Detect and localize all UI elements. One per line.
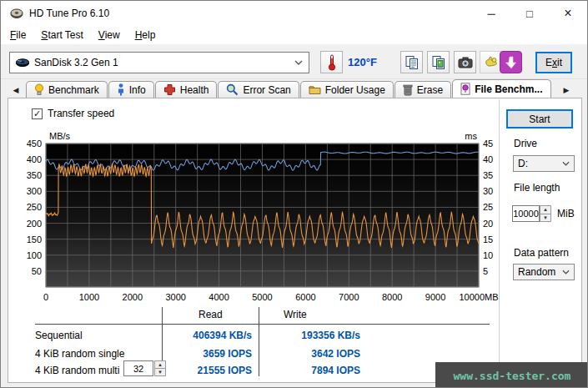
svg-text:35: 35 bbox=[483, 170, 493, 180]
magnifier-icon bbox=[226, 83, 239, 96]
svg-text:15: 15 bbox=[483, 234, 493, 244]
sequential-read-value: 406394 KB/s bbox=[160, 330, 252, 341]
svg-text:10000MB: 10000MB bbox=[459, 292, 498, 302]
svg-text:0: 0 bbox=[43, 292, 48, 302]
svg-text:250: 250 bbox=[27, 202, 42, 212]
svg-text:100: 100 bbox=[27, 250, 42, 260]
drive-label: Drive bbox=[514, 138, 537, 149]
spin-down-icon[interactable]: ▼ bbox=[540, 214, 551, 223]
random-single-write-value: 3642 IOPS bbox=[269, 348, 360, 360]
tab-health[interactable]: Health bbox=[155, 81, 218, 98]
data-pattern-label: Data pattern bbox=[514, 247, 569, 259]
donate-button[interactable] bbox=[480, 51, 502, 73]
tab-next-icon: ▶ bbox=[564, 86, 570, 94]
tab-info[interactable]: Info bbox=[108, 81, 154, 98]
minimize-icon: ─ bbox=[487, 8, 495, 20]
tab-scroll-left-button[interactable]: ◀ bbox=[8, 82, 24, 98]
tab-prev-icon: ◀ bbox=[13, 86, 19, 94]
hand-icon bbox=[484, 55, 499, 70]
close-button[interactable]: × bbox=[549, 1, 587, 26]
svg-text:400: 400 bbox=[27, 154, 42, 164]
minimize-button[interactable]: ─ bbox=[472, 1, 510, 26]
svg-text:25: 25 bbox=[483, 202, 493, 212]
chevron-down-icon bbox=[562, 270, 570, 275]
menu-help[interactable]: Help bbox=[128, 27, 163, 43]
chevron-down-icon bbox=[562, 161, 570, 166]
disk-icon bbox=[16, 58, 29, 68]
menu-bar: File Start Test View Help bbox=[1, 26, 587, 44]
trash-icon bbox=[403, 83, 413, 96]
copy-text-button[interactable] bbox=[400, 51, 423, 73]
toolbar: SanDisk 3.2 Gen 1 120°F bbox=[1, 44, 587, 79]
random-single-read-value: 3659 IOPS bbox=[160, 348, 252, 360]
tab-erase[interactable]: Erase bbox=[395, 81, 451, 98]
file-length-input[interactable] bbox=[512, 205, 540, 222]
svg-text:300: 300 bbox=[27, 186, 42, 196]
data-pattern-dropdown[interactable]: Random bbox=[513, 264, 575, 280]
temperature-value: 120°F bbox=[348, 56, 377, 68]
svg-text:30: 30 bbox=[483, 186, 493, 196]
temperature-button[interactable] bbox=[320, 51, 343, 73]
down-arrow-icon bbox=[505, 56, 517, 69]
copy-text-icon bbox=[405, 55, 420, 70]
file-benchmark-page: ✓ Transfer speed MB/sms45040035030025020… bbox=[8, 98, 582, 383]
health-cross-icon bbox=[163, 83, 176, 96]
svg-text:450: 450 bbox=[27, 139, 42, 149]
svg-text:200: 200 bbox=[27, 219, 42, 229]
copy-image-icon bbox=[431, 55, 446, 70]
file-benchmark-icon bbox=[460, 83, 470, 95]
thermometer-icon bbox=[327, 54, 337, 71]
transfer-speed-checkbox[interactable]: ✓ Transfer speed bbox=[32, 108, 114, 119]
start-button[interactable]: Start bbox=[506, 109, 573, 128]
checkbox-check-icon: ✓ bbox=[32, 108, 43, 119]
svg-text:40: 40 bbox=[483, 154, 493, 164]
random-multi-write-value: 7894 IOPS bbox=[269, 365, 360, 376]
svg-text:10: 10 bbox=[483, 250, 493, 260]
selected-drive-label: SanDisk 3.2 Gen 1 bbox=[34, 57, 289, 68]
svg-text:6000: 6000 bbox=[295, 292, 315, 302]
svg-text:7000: 7000 bbox=[339, 292, 359, 302]
transfer-speed-chart: MB/sms4504003503002502001501005045403530… bbox=[27, 127, 510, 306]
menu-start-test[interactable]: Start Test bbox=[33, 27, 90, 43]
file-length-unit: MiB bbox=[557, 208, 575, 219]
exit-button[interactable]: Exit bbox=[535, 52, 572, 73]
table-divider bbox=[259, 307, 259, 376]
copy-image-button[interactable] bbox=[427, 51, 450, 73]
read-column-header: Read bbox=[199, 309, 223, 320]
menu-file[interactable]: File bbox=[3, 27, 33, 43]
svg-text:5: 5 bbox=[483, 266, 488, 276]
maximize-button[interactable]: □ bbox=[510, 1, 549, 26]
app-window: HD Tune Pro 6.10 ─ □ × File Start Test V… bbox=[0, 0, 588, 388]
title-bar: HD Tune Pro 6.10 ─ □ × bbox=[1, 1, 587, 26]
queue-depth-input[interactable] bbox=[123, 360, 153, 376]
row-label-random-multi: 4 KiB random multi bbox=[35, 365, 119, 376]
svg-text:20: 20 bbox=[483, 219, 493, 229]
write-column-header: Write bbox=[284, 309, 307, 320]
tab-folder-usage[interactable]: Folder Usage bbox=[300, 81, 394, 98]
svg-text:3000: 3000 bbox=[165, 292, 185, 302]
tab-error-scan[interactable]: Error Scan bbox=[218, 81, 299, 98]
drive-select-dropdown[interactable]: SanDisk 3.2 Gen 1 bbox=[9, 52, 309, 73]
tab-benchmark[interactable]: Benchmark bbox=[26, 81, 108, 98]
watermark: www.ssd-tester.com bbox=[435, 362, 588, 388]
svg-text:45: 45 bbox=[483, 139, 493, 149]
menu-view[interactable]: View bbox=[91, 27, 128, 43]
download-results-button[interactable] bbox=[500, 51, 522, 73]
svg-text:2000: 2000 bbox=[123, 292, 143, 302]
folder-icon bbox=[309, 84, 321, 95]
tab-strip: ◀ Benchmark Info Health bbox=[1, 79, 587, 98]
chevron-down-icon bbox=[294, 60, 303, 65]
svg-text:MB/s: MB/s bbox=[49, 131, 71, 141]
transfer-speed-label: Transfer speed bbox=[48, 108, 114, 119]
benchmark-icon bbox=[34, 83, 44, 96]
camera-icon bbox=[458, 57, 473, 68]
info-icon bbox=[117, 83, 125, 96]
tab-file-benchmark[interactable]: File Benchm... bbox=[452, 79, 550, 98]
sequential-write-value: 193356 KB/s bbox=[269, 330, 360, 341]
screenshot-button[interactable] bbox=[454, 51, 476, 73]
file-length-stepper[interactable]: ▲ ▼ bbox=[540, 205, 551, 222]
spin-up-icon[interactable]: ▲ bbox=[540, 205, 551, 214]
tab-scroll-right-button[interactable]: ▶ bbox=[558, 82, 575, 98]
drive-dropdown[interactable]: D: bbox=[513, 155, 575, 172]
svg-text:350: 350 bbox=[27, 170, 42, 180]
